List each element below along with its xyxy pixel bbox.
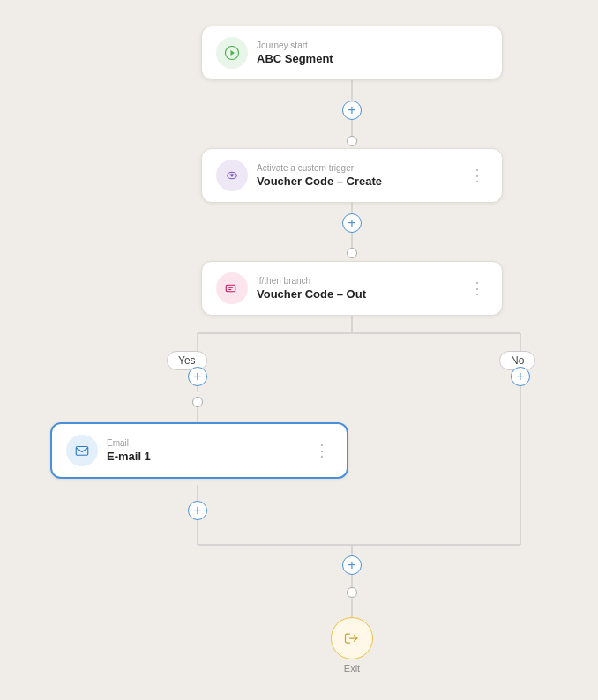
exit-card — [331, 617, 373, 659]
voucher-create-label: Activate a custom trigger — [257, 163, 459, 173]
email-text: Email E-mail 1 — [107, 438, 303, 463]
email-icon — [66, 435, 98, 466]
if-then-icon — [216, 272, 248, 304]
svg-point-19 — [231, 175, 234, 177]
voucher-create-title: Voucher Code – Create — [257, 175, 459, 188]
svg-rect-23 — [76, 447, 88, 456]
journey-start-card: Journey start ABC Segment — [201, 26, 503, 80]
dot-yes — [192, 397, 203, 407]
plus-btn-email-bottom[interactable]: + — [188, 501, 207, 520]
plus-btn-yes[interactable]: + — [188, 367, 207, 386]
plus-btn-2[interactable]: + — [342, 213, 362, 233]
journey-start-icon — [216, 37, 248, 69]
dot-1 — [347, 136, 357, 146]
journey-start-text: Journey start ABC Segment — [257, 41, 488, 65]
journey-canvas: Journey start ABC Segment + Activate a c… — [0, 0, 598, 700]
if-then-title: Voucher Code – Out — [257, 287, 459, 301]
email-menu[interactable]: ⋮ — [312, 441, 333, 460]
svg-rect-20 — [226, 285, 235, 292]
email-title: E-mail 1 — [107, 450, 303, 463]
dot-2 — [347, 248, 357, 258]
dot-merge — [347, 587, 357, 598]
email-label: Email — [107, 438, 303, 448]
voucher-create-card: Activate a custom trigger Voucher Code –… — [201, 148, 503, 203]
voucher-create-icon — [216, 160, 248, 191]
email-card: Email E-mail 1 ⋮ — [50, 422, 348, 479]
voucher-create-menu[interactable]: ⋮ — [467, 166, 488, 185]
connector-lines — [0, 0, 598, 700]
voucher-create-text: Activate a custom trigger Voucher Code –… — [257, 163, 459, 188]
if-then-menu[interactable]: ⋮ — [467, 279, 488, 298]
plus-btn-1[interactable]: + — [342, 101, 362, 120]
if-then-label: If/then branch — [257, 276, 459, 286]
plus-btn-no[interactable]: + — [511, 367, 530, 386]
if-then-text: If/then branch Voucher Code – Out — [257, 276, 459, 301]
journey-start-title: ABC Segment — [257, 52, 488, 65]
journey-start-label: Journey start — [257, 41, 488, 50]
plus-btn-merge[interactable]: + — [342, 555, 362, 575]
if-then-card: If/then branch Voucher Code – Out ⋮ — [201, 261, 503, 316]
exit-label: Exit — [330, 663, 374, 674]
